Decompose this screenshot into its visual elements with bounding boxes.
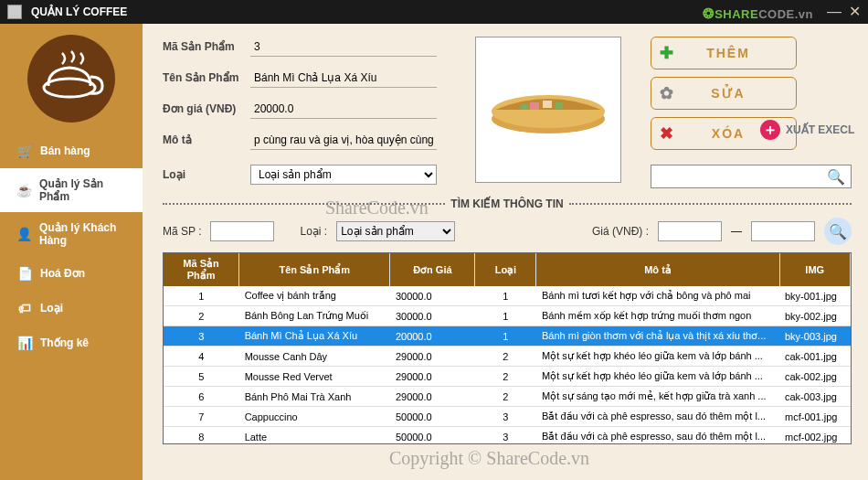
cell-name: Bánh Phô Mai Trà Xanh [239, 387, 390, 407]
sidebar-item-5[interactable]: 📊Thống kê [0, 325, 143, 360]
table-row[interactable]: 8Latte50000.03Bắt đầu với cà phê espress… [164, 427, 851, 445]
table-row[interactable]: 2Bánh Bông Lan Trứng Muối30000.01Bánh mề… [164, 306, 851, 326]
cell-type: 2 [475, 367, 536, 387]
select-product-type[interactable]: Loại sản phẩm [250, 165, 437, 185]
cell-price: 29000.0 [390, 387, 475, 407]
search-input-top[interactable]: 🔍 [651, 165, 852, 188]
product-image[interactable] [475, 37, 621, 183]
sidebar-item-4[interactable]: 🏷Loại [0, 291, 143, 325]
table-row[interactable]: 4Mousse Canh Dây29000.02Một sự kết hợp k… [164, 347, 851, 367]
filter-input-price-min[interactable] [658, 221, 722, 241]
cell-type: 1 [475, 326, 536, 347]
close-icon[interactable]: ✕ [849, 5, 861, 19]
column-header[interactable]: Đơn Giá [390, 253, 475, 286]
gear-icon: ✿ [651, 83, 683, 103]
sidebar-item-0[interactable]: 🛒Bán hàng [0, 133, 143, 168]
sidebar-item-label: Quản lý Sản Phẩm [39, 177, 132, 203]
cell-id: 8 [164, 427, 239, 445]
cell-name: Latte [239, 427, 390, 445]
cell-name: Mousse Red Vervet [239, 367, 390, 387]
svg-rect-4 [530, 102, 539, 110]
product-table-wrap[interactable]: Mã Sản PhẩmTên Sản PhẩmĐơn GiáLoạiMô tảI… [163, 252, 852, 444]
column-header[interactable]: Loại [475, 253, 536, 286]
minimize-icon[interactable]: — [827, 5, 842, 19]
export-excel-button[interactable]: ＋XUẤT EXECL [760, 117, 861, 143]
add-button[interactable]: ✚THÊM [651, 37, 797, 69]
content-area: Mã Sản Phẩm Tên Sản Phẩm Đơn giá (VNĐ) M… [143, 24, 868, 480]
chart-icon: 📊 [16, 335, 33, 351]
label-id: Mã Sản Phẩm [163, 40, 245, 53]
sidebar-item-label: Loại [40, 302, 63, 315]
window-title: QUẢN LÝ COFFEE [31, 5, 127, 18]
search-icon[interactable]: 🔍 [827, 168, 845, 186]
search-section-heading: TÌM KIẾM THÔNG TIN [163, 197, 852, 210]
filter-label-id: Mã SP : [163, 225, 201, 238]
input-product-price[interactable] [250, 99, 437, 119]
cell-name: Cappuccino [239, 407, 390, 427]
sidebar: 🛒Bán hàng☕Quản lý Sản Phẩm👤Quản lý Khách… [0, 24, 143, 480]
input-product-id[interactable] [250, 37, 437, 57]
cell-desc: Một sự kết hợp khéo léo giữa kem và lớp … [536, 347, 779, 367]
filter-select-type[interactable]: Loại sản phẩm [336, 221, 455, 241]
filter-search-button[interactable]: 🔍 [824, 218, 852, 245]
cell-id: 6 [164, 387, 239, 407]
input-product-desc[interactable] [250, 130, 437, 150]
cell-img: cak-001.jpg [779, 347, 851, 367]
cell-desc: Bắt đầu với cà phê espresso, sau đó thêm… [536, 407, 779, 427]
column-header[interactable]: Mã Sản Phẩm [164, 253, 239, 286]
app-icon [7, 5, 22, 19]
cell-desc: Bánh mềm xốp kết hợp trứng muối thơm ngo… [536, 306, 779, 326]
svg-rect-5 [543, 101, 552, 108]
cell-img: bky-002.jpg [779, 306, 851, 326]
cell-price: 30000.0 [390, 306, 475, 326]
input-product-name[interactable] [250, 68, 437, 88]
cell-price: 29000.0 [390, 367, 475, 387]
cell-price: 30000.0 [390, 286, 475, 306]
cell-name: Bánh Bông Lan Trứng Muối [239, 306, 390, 326]
cell-id: 5 [164, 367, 239, 387]
sidebar-item-label: Hoá Đơn [40, 267, 85, 280]
cell-id: 3 [164, 326, 239, 347]
table-row[interactable]: 1Coffee vị bánh trắng30000.01Bánh mì tươ… [164, 286, 851, 306]
cell-id: 1 [164, 286, 239, 306]
receipt-icon: 📄 [16, 265, 33, 282]
cell-desc: Bánh mì giòn thơm với chả lụa và thịt xá… [536, 326, 779, 347]
plus-icon: ✚ [651, 43, 683, 63]
cell-price: 50000.0 [390, 407, 475, 427]
filter-input-price-max[interactable] [751, 221, 815, 241]
cell-desc: Một sự kết hợp khéo léo giữa kem và lớp … [536, 367, 779, 387]
cell-desc: Một sự sáng tạo mới mẻ, kết hợp giữa trà… [536, 387, 779, 407]
sidebar-item-1[interactable]: ☕Quản lý Sản Phẩm [0, 168, 143, 212]
table-row[interactable]: 6Bánh Phô Mai Trà Xanh29000.02Một sự sán… [164, 387, 851, 407]
sidebar-item-2[interactable]: 👤Quản lý Khách Hàng [0, 212, 143, 256]
label-desc: Mô tả [163, 133, 245, 146]
cell-id: 7 [164, 407, 239, 427]
cell-img: mcf-001.jpg [779, 407, 851, 427]
plus-circle-icon: ＋ [760, 120, 780, 140]
nav-list: 🛒Bán hàng☕Quản lý Sản Phẩm👤Quản lý Khách… [0, 133, 143, 360]
filter-row: Mã SP : Loại : Loại sản phẩm Giá (VNĐ) :… [163, 218, 852, 245]
column-header[interactable]: Mô tả [536, 253, 779, 286]
product-form: Mã Sản Phẩm Tên Sản Phẩm Đơn giá (VNĐ) M… [163, 37, 437, 185]
dash-separator: — [731, 225, 742, 238]
cell-img: mcf-002.jpg [779, 427, 851, 445]
cell-name: Mousse Canh Dây [239, 347, 390, 367]
sidebar-item-label: Bán hàng [40, 144, 90, 157]
cell-img: bky-003.jpg [779, 326, 851, 347]
sidebar-item-3[interactable]: 📄Hoá Đơn [0, 256, 143, 291]
table-row[interactable]: 5Mousse Red Vervet29000.02Một sự kết hợp… [164, 367, 851, 387]
table-row[interactable]: 3Bánh Mì Chả Lụa Xá Xíu20000.01Bánh mì g… [164, 326, 851, 347]
column-header[interactable]: IMG [779, 253, 851, 286]
x-icon: ✖ [651, 123, 683, 144]
table-row[interactable]: 7Cappuccino50000.03Bắt đầu với cà phê es… [164, 407, 851, 427]
svg-rect-7 [521, 104, 528, 110]
cell-type: 3 [475, 427, 536, 445]
filter-input-id[interactable] [210, 221, 274, 241]
tag-icon: 🏷 [16, 300, 33, 316]
cell-desc: Bánh mì tươi kết hợp với chả bông và phô… [536, 286, 779, 306]
column-header[interactable]: Tên Sản Phẩm [239, 253, 390, 286]
edit-button[interactable]: ✿SỬA [651, 77, 797, 110]
cell-type: 2 [475, 387, 536, 407]
sidebar-item-label: Thống kê [40, 336, 89, 349]
cell-img: cak-003.jpg [779, 387, 851, 407]
